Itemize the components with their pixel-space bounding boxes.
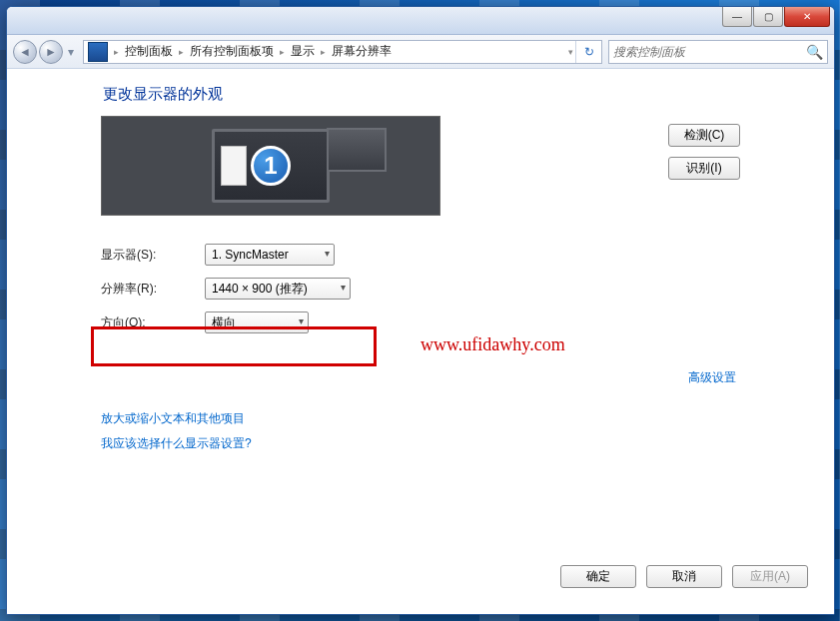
breadcrumb-dropdown-icon[interactable]: ▾ <box>566 47 575 57</box>
resolution-select[interactable]: 1440 × 900 (推荐) <box>205 278 351 300</box>
titlebar[interactable]: — ▢ ✕ <box>7 7 834 35</box>
breadcrumb-seg-resolution[interactable]: 屏幕分辨率 <box>328 41 396 63</box>
back-button[interactable]: ◄ <box>13 40 37 64</box>
detect-button[interactable]: 检测(C) <box>668 124 740 147</box>
breadcrumb[interactable]: ▸ 控制面板 ▸ 所有控制面板项 ▸ 显示 ▸ 屏幕分辨率 ▾ ↻ <box>83 40 602 64</box>
orientation-label: 方向(O): <box>101 314 205 331</box>
cancel-button[interactable]: 取消 <box>646 565 722 588</box>
breadcrumb-arrow-icon: ▸ <box>319 47 328 57</box>
monitor-number-badge: 1 <box>251 146 291 186</box>
history-dropdown-icon[interactable]: ▾ <box>65 43 77 61</box>
search-icon[interactable]: 🔍 <box>806 44 823 60</box>
maximize-button[interactable]: ▢ <box>753 7 783 27</box>
breadcrumb-seg-display[interactable]: 显示 <box>287 41 319 63</box>
breadcrumb-arrow-icon: ▸ <box>112 47 121 57</box>
zoom-text-link[interactable]: 放大或缩小文本和其他项目 <box>101 411 245 425</box>
display-label: 显示器(S): <box>101 247 205 264</box>
navbar: ◄ ► ▾ ▸ 控制面板 ▸ 所有控制面板项 ▸ 显示 ▸ 屏幕分辨率 ▾ ↻ … <box>7 35 834 69</box>
orientation-select[interactable]: 横向 <box>205 311 309 333</box>
orientation-select-value: 横向 <box>212 314 236 331</box>
window-frame: — ▢ ✕ ◄ ► ▾ ▸ 控制面板 ▸ 所有控制面板项 ▸ 显示 ▸ 屏幕分辨… <box>6 6 835 615</box>
resolution-label: 分辨率(R): <box>101 281 205 298</box>
breadcrumb-seg-all-items[interactable]: 所有控制面板项 <box>186 41 278 63</box>
breadcrumb-arrow-icon: ▸ <box>278 47 287 57</box>
monitor-page-icon <box>221 146 247 186</box>
apply-button[interactable]: 应用(A) <box>732 565 808 588</box>
breadcrumb-seg-control-panel[interactable]: 控制面板 <box>121 41 177 63</box>
display-select-value: 1. SyncMaster <box>212 248 289 262</box>
monitor-thumbnail[interactable]: 1 <box>212 129 330 203</box>
search-bar[interactable]: 🔍 <box>608 40 828 64</box>
display-preview[interactable]: 1 <box>101 116 440 216</box>
minimize-button[interactable]: — <box>722 7 752 27</box>
breadcrumb-arrow-icon: ▸ <box>177 47 186 57</box>
content-area: 更改显示器的外观 1 检测(C) 识别(I) 显示器(S): 1 <box>7 69 834 614</box>
search-input[interactable] <box>613 45 806 59</box>
display-select[interactable]: 1. SyncMaster <box>205 244 335 266</box>
control-panel-icon <box>88 42 108 62</box>
forward-button[interactable]: ► <box>39 40 63 64</box>
advanced-settings-link[interactable]: 高级设置 <box>688 370 736 384</box>
page-title: 更改显示器的外观 <box>101 85 740 104</box>
close-button[interactable]: ✕ <box>784 7 830 27</box>
refresh-button[interactable]: ↻ <box>575 41 601 63</box>
identify-button[interactable]: 识别(I) <box>668 157 740 180</box>
ok-button[interactable]: 确定 <box>560 565 636 588</box>
watermark-text: www.ufidawhy.com <box>420 334 565 355</box>
resolution-select-value: 1440 × 900 (推荐) <box>212 281 308 298</box>
which-display-link[interactable]: 我应该选择什么显示器设置? <box>101 436 252 450</box>
